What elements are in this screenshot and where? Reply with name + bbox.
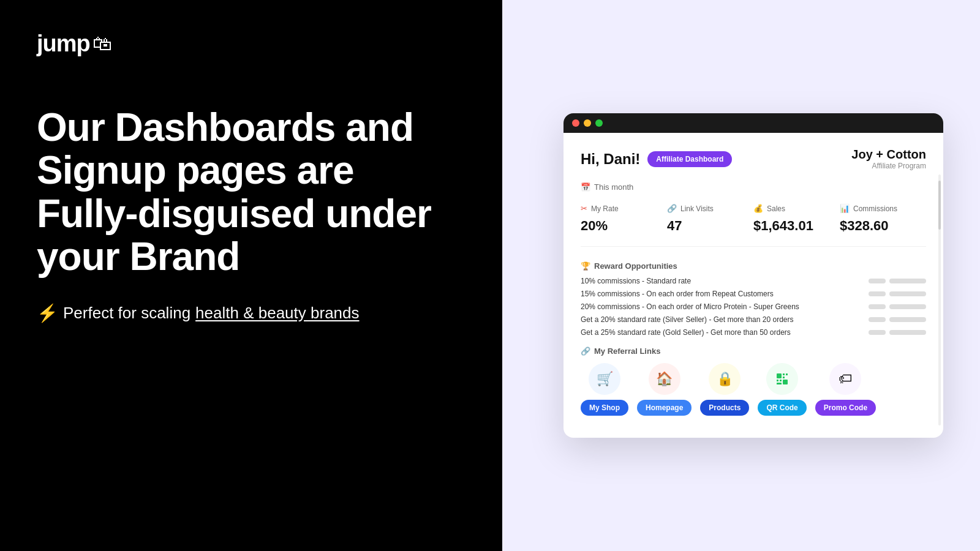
svg-rect-5: [780, 380, 782, 381]
reward-row-2: 15% commissions - On each order from Rep…: [581, 290, 926, 298]
reward-row-4: Get a 20% standard rate (Silver Seller) …: [581, 315, 926, 324]
svg-rect-0: [777, 373, 782, 378]
reward-bar-large-2: [889, 291, 926, 296]
referral-header: 🔗 My Referral Links: [581, 347, 926, 356]
rate-value: 20%: [581, 218, 667, 234]
dot-yellow: [584, 119, 591, 127]
reward-text-1: 10% commissions - Standard rate: [581, 277, 869, 285]
logo-text: jump: [37, 31, 90, 57]
svg-rect-2: [786, 373, 788, 375]
greeting-text: Hi, Dani!: [581, 151, 640, 168]
reward-bar-group-1: [869, 279, 926, 283]
reward-bar-large-1: [889, 279, 926, 283]
commissions-icon: 📊: [840, 204, 850, 213]
products-button[interactable]: Products: [700, 400, 749, 416]
referral-links-row: 🛒 My Shop 🏠 Homepage 🔒 Products: [581, 363, 926, 416]
stat-link-visits: 🔗 Link Visits 47: [667, 204, 753, 234]
dot-green: [595, 119, 603, 127]
logo: jump 🛍: [37, 31, 466, 57]
greeting-section: Hi, Dani! Affiliate Dashboard: [581, 151, 732, 168]
reward-bar-small-4: [869, 317, 886, 322]
promocode-button[interactable]: Promo Code: [815, 400, 876, 416]
scrollbar[interactable]: [938, 174, 941, 425]
reward-text-4: Get a 20% standard rate (Silver Seller) …: [581, 315, 869, 324]
sales-value: $1,643.01: [753, 218, 840, 234]
bolt-icon: ⚡: [37, 303, 58, 323]
qrcode-button[interactable]: QR Code: [758, 400, 806, 416]
qrcode-icon-circle: [766, 363, 798, 395]
dashboard-card: Hi, Dani! Affiliate Dashboard Joy + Cott…: [564, 113, 943, 438]
commissions-value: $328.60: [840, 218, 926, 234]
reward-bar-small-1: [869, 279, 886, 283]
date-row: 📅 This month: [581, 182, 926, 192]
reward-bar-group-4: [869, 317, 926, 322]
dot-red: [572, 119, 579, 127]
referral-link-myshop[interactable]: 🛒 My Shop: [581, 363, 628, 416]
trophy-icon: 🏆: [581, 261, 590, 271]
link-icon: 🔗: [667, 204, 677, 213]
referral-link-qrcode[interactable]: QR Code: [758, 363, 806, 416]
stat-link-label: 🔗 Link Visits: [667, 204, 753, 213]
link-label-text: Link Visits: [680, 204, 714, 213]
reward-text-2: 15% commissions - On each order from Rep…: [581, 290, 869, 298]
reward-bar-small-5: [869, 330, 886, 335]
sales-icon: 💰: [753, 204, 763, 213]
page-layout: jump 🛍 Our Dashboards and Signup pages a…: [0, 0, 980, 551]
rate-label-text: My Rate: [591, 204, 619, 213]
reward-row-3: 20% commissions - On each order of Micro…: [581, 302, 926, 311]
link-icon-header: 🔗: [581, 347, 590, 356]
referral-link-promocode[interactable]: 🏷 Promo Code: [815, 363, 876, 416]
reward-bar-group-3: [869, 304, 926, 309]
reward-bar-group-2: [869, 291, 926, 296]
stat-my-rate: ✂ My Rate 20%: [581, 204, 667, 234]
tagline-text: Perfect for scaling: [63, 304, 190, 323]
referral-section: 🔗 My Referral Links 🛒 My Shop 🏠 Homepage: [581, 347, 926, 416]
rewards-header: 🏆 Reward Opportunities: [581, 261, 926, 271]
reward-bar-large-5: [889, 330, 926, 335]
affiliate-badge: Affiliate Dashboard: [647, 151, 732, 167]
left-panel: jump 🛍 Our Dashboards and Signup pages a…: [0, 0, 502, 551]
homepage-button[interactable]: Homepage: [637, 400, 692, 416]
right-panel: Hi, Dani! Affiliate Dashboard Joy + Cott…: [502, 0, 980, 551]
date-label: This month: [594, 182, 633, 192]
reward-bar-large-4: [889, 317, 926, 322]
homepage-icon-circle: 🏠: [649, 363, 680, 395]
promocode-icon-circle: 🏷: [829, 363, 861, 395]
products-icon-circle: 🔒: [709, 363, 741, 395]
card-content: Hi, Dani! Affiliate Dashboard Joy + Cott…: [564, 133, 943, 438]
myshop-button[interactable]: My Shop: [581, 400, 628, 416]
referral-link-products[interactable]: 🔒 Products: [700, 363, 749, 416]
reward-row-5: Get a 25% standard rate (Gold Seller) - …: [581, 328, 926, 337]
rewards-title: Reward Opportunities: [594, 261, 677, 271]
reward-text-3: 20% commissions - On each order of Micro…: [581, 302, 869, 311]
tagline: ⚡ Perfect for scaling health & beauty br…: [37, 303, 466, 323]
stat-commissions: 📊 Commissions $328.60: [840, 204, 926, 234]
tagline-underline: health & beauty brands: [195, 304, 359, 323]
stats-row: ✂ My Rate 20% 🔗 Link Visits 47: [581, 204, 926, 247]
reward-bar-large-3: [889, 304, 926, 309]
referral-link-homepage[interactable]: 🏠 Homepage: [637, 363, 692, 416]
reward-bar-small-3: [869, 304, 886, 309]
svg-rect-6: [777, 383, 782, 384]
rate-icon: ✂: [581, 204, 587, 213]
sales-label-text: Sales: [767, 204, 785, 213]
calendar-icon: 📅: [581, 182, 590, 192]
reward-bar-group-5: [869, 330, 926, 335]
card-header: Hi, Dani! Affiliate Dashboard Joy + Cott…: [581, 148, 926, 170]
myshop-icon-circle: 🛒: [589, 363, 620, 395]
main-headline: Our Dashboards and Signup pages are Full…: [37, 106, 453, 279]
reward-bar-small-2: [869, 291, 886, 296]
brand-info: Joy + Cotton Affiliate Program: [851, 148, 926, 170]
scrollbar-thumb: [938, 181, 941, 230]
stat-sales-label: 💰 Sales: [753, 204, 840, 213]
stat-commissions-label: 📊 Commissions: [840, 204, 926, 213]
commissions-label-text: Commissions: [853, 204, 897, 213]
stat-sales: 💰 Sales $1,643.01: [753, 204, 840, 234]
svg-rect-1: [783, 373, 785, 375]
logo-icon: 🛍: [92, 32, 112, 55]
brand-name: Joy + Cotton: [851, 148, 926, 162]
reward-row-1: 10% commissions - Standard rate: [581, 277, 926, 285]
brand-sub: Affiliate Program: [851, 162, 926, 170]
link-visits-value: 47: [667, 218, 753, 234]
referral-title: My Referral Links: [594, 347, 660, 356]
